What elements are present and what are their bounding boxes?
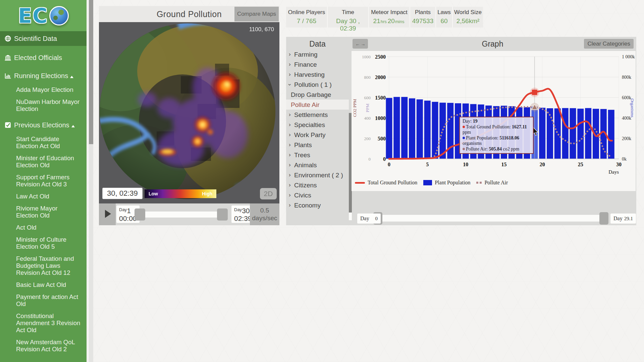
data-item-specialties[interactable]: ›Specialties — [286, 120, 349, 130]
data-item-label: Drop Garbage — [291, 91, 331, 98]
sidebar-item-label: Running Elections — [14, 72, 68, 79]
plant-population-bar-day-7[interactable] — [439, 103, 446, 159]
chevron-right-icon: › — [289, 201, 291, 209]
data-item-trees[interactable]: ›Trees — [286, 150, 349, 160]
data-item-drop-garbage[interactable]: Drop Garbage — [286, 89, 349, 100]
data-item-harvesting[interactable]: ›Harvesting — [286, 69, 349, 79]
sidebar-item-label: Support of Farmers Revision Act Old 3 — [16, 174, 69, 188]
graph-day-max-box[interactable]: Day 29.1 — [610, 214, 636, 224]
sidebar-item-new-amsterdam-qol-revision-act-old-2[interactable]: New Amsterdam QoL Revision Act Old 2 — [0, 338, 87, 354]
svg-text:20: 20 — [540, 162, 545, 167]
sidebar-item-support-of-farmers-revision-act-old-3[interactable]: Support of Farmers Revision Act Old 3 — [0, 173, 87, 189]
data-item-farming[interactable]: ›Farming — [286, 49, 349, 59]
plant-population-bar-day-24[interactable] — [570, 108, 576, 159]
sidebar-item-basic-law-act-old[interactable]: Basic Law Act Old — [0, 280, 87, 289]
svg-text:PPM: PPM — [365, 104, 370, 112]
sidebar-item-payment-for-action-act-old[interactable]: Payment for action Act Old — [0, 292, 87, 308]
playback-slider-handle-right[interactable] — [217, 208, 228, 221]
data-item-citizens[interactable]: ›Citizens — [286, 180, 349, 190]
sidebar-item-adda-mayor-election[interactable]: Adda Mayor Election — [0, 85, 87, 94]
plant-population-bar-day-3[interactable] — [409, 98, 415, 159]
sidebar-item-elected-officials[interactable]: Elected Officials — [0, 51, 87, 64]
sidebar-item-label: Payment for action Act Old — [16, 293, 78, 307]
data-item-finance[interactable]: ›Finance — [286, 59, 349, 69]
data-item-environment-2[interactable]: ›Environment ( 2 ) — [286, 170, 349, 180]
legend-label: Plant Population — [435, 180, 470, 186]
plant-population-bar-day-22[interactable] — [554, 108, 561, 159]
legend-label: Total Ground Pollution — [368, 180, 417, 186]
sidebar-scrollbar[interactable] — [89, 0, 93, 362]
sidebar-item-minister-of-culture-election-old-5[interactable]: Minister of Culture Election Old 5 — [0, 235, 87, 251]
data-item-label: Specialties — [294, 121, 325, 128]
stat-value: 2,56km² — [453, 17, 483, 25]
sidebar-item-minister-of-education-election-old[interactable]: Minister of Education Election Old — [0, 154, 87, 170]
sidebar-item-start-candidate-election-act-old[interactable]: Start Candidate Election Act Old — [0, 134, 87, 150]
play-icon — [105, 210, 111, 218]
plant-population-bar-day-25[interactable] — [577, 109, 584, 159]
plant-population-bar-day-29[interactable] — [608, 110, 614, 159]
sidebar-item-law-act-old[interactable]: Law Act Old — [0, 192, 87, 201]
line-swatch-icon — [355, 182, 365, 184]
gradient-high-label: High — [202, 191, 212, 196]
stat-plants: Plants497533 — [410, 7, 436, 27]
sidebar-item-federal-taxation-and-budgeting-laws-revision-act-old-12[interactable]: Federal Taxation and Budgeting Laws Revi… — [0, 254, 87, 277]
bank-icon — [4, 54, 11, 61]
plant-population-bar-day-1[interactable] — [393, 97, 400, 159]
stat-value: 7 / 765 — [286, 17, 327, 25]
graph-day-slider-handle-right[interactable] — [599, 212, 608, 225]
sidebar-item-running-elections[interactable]: Running Elections — [0, 69, 87, 82]
data-item-work-party[interactable]: ›Work Party — [286, 130, 349, 140]
plant-population-bar-day-5[interactable] — [424, 101, 431, 159]
sidebar-item-scientific-data[interactable]: Scientific Data — [0, 31, 87, 46]
play-button[interactable] — [99, 203, 116, 225]
stat-label: World Size — [453, 9, 483, 16]
eco-logo: E C — [0, 0, 87, 31]
map-2d-toggle-button[interactable]: 2D — [260, 188, 277, 199]
day-min-value: 0 — [375, 216, 378, 222]
sidebar-item-label: Previous Elections — [14, 121, 69, 129]
sidebar-item-previous-elections[interactable]: Previous Elections — [0, 119, 87, 131]
sidebar-item-constitutional-amendment-3-revision-act-old[interactable]: Constitutional Amendment 3 Revision Act … — [0, 311, 87, 335]
stat-laws: Laws60 — [436, 7, 453, 27]
svg-text:5: 5 — [426, 162, 429, 167]
playback-slider-handle-left[interactable] — [135, 208, 145, 221]
plant-population-bar-day-4[interactable] — [417, 100, 423, 159]
svg-text:500: 500 — [378, 136, 386, 141]
sidebar-item-riviome-mayor-election-old[interactable]: Riviome Mayor Election Old — [0, 204, 87, 220]
clear-categories-button[interactable]: Clear Categories — [584, 39, 634, 49]
data-item-label: Animals — [294, 162, 317, 169]
map-viewport[interactable]: 1100, 670 30, 02:39 Low High 2D — [99, 22, 279, 203]
sidebar-item-label: New Amsterdam QoL Revision Act Old 2 — [16, 339, 75, 353]
sidebar-item-nudawn-harbor-mayor-election[interactable]: NuDawn Harbor Mayor Election — [0, 97, 87, 113]
data-graph-panel: Data ← → Graph Clear Categories ›Farming… — [286, 37, 636, 225]
graph-day-min-box[interactable]: Day 0 — [357, 214, 381, 224]
plant-population-bar-day-23[interactable] — [562, 108, 569, 159]
line-hover-marker — [532, 89, 537, 95]
data-item-plants[interactable]: ›Plants — [286, 140, 349, 150]
data-item-civics[interactable]: ›Civics — [286, 190, 349, 200]
chevron-right-icon: › — [289, 60, 291, 68]
pollution-globe[interactable] — [99, 22, 278, 202]
logo-globe-icon — [49, 6, 69, 25]
map-playback-bar: Day1 00:00 Day30 02:39 0.5 days/sec — [99, 203, 279, 225]
data-item-settlements[interactable]: ›Settlements — [286, 110, 349, 120]
svg-text:400k: 400k — [622, 116, 631, 121]
svg-text:800: 800 — [364, 75, 371, 80]
plant-population-bar-day-8[interactable] — [447, 103, 453, 159]
sidebar-menu: Scientific DataElected OfficialsRunning … — [0, 31, 87, 360]
playback-slider-track[interactable] — [139, 212, 225, 218]
sidebar-scrollbar-thumb[interactable] — [89, 0, 93, 144]
graph-day-slider-track[interactable] — [378, 215, 604, 222]
plant-population-bar-day-20[interactable] — [539, 108, 545, 159]
sidebar-item-label: Act Old — [16, 224, 37, 231]
data-item-animals[interactable]: ›Animals — [286, 160, 349, 170]
sidebar-item-label: Minister of Culture Election Old 5 — [16, 236, 66, 250]
sidebar-item-act-old[interactable]: Act Old — [0, 223, 87, 232]
data-item-economy[interactable]: ›Economy — [286, 200, 349, 210]
plant-population-bar-day-0[interactable] — [386, 98, 392, 159]
plant-population-bar-day-2[interactable] — [401, 97, 408, 159]
compare-maps-button[interactable]: Compare Maps — [234, 7, 279, 21]
data-item-pollute-air[interactable]: Pollute Air — [286, 100, 349, 110]
plant-population-bar-day-21[interactable] — [547, 108, 553, 159]
data-item-pollution-1[interactable]: ›Pollution ( 1 ) — [286, 79, 349, 89]
